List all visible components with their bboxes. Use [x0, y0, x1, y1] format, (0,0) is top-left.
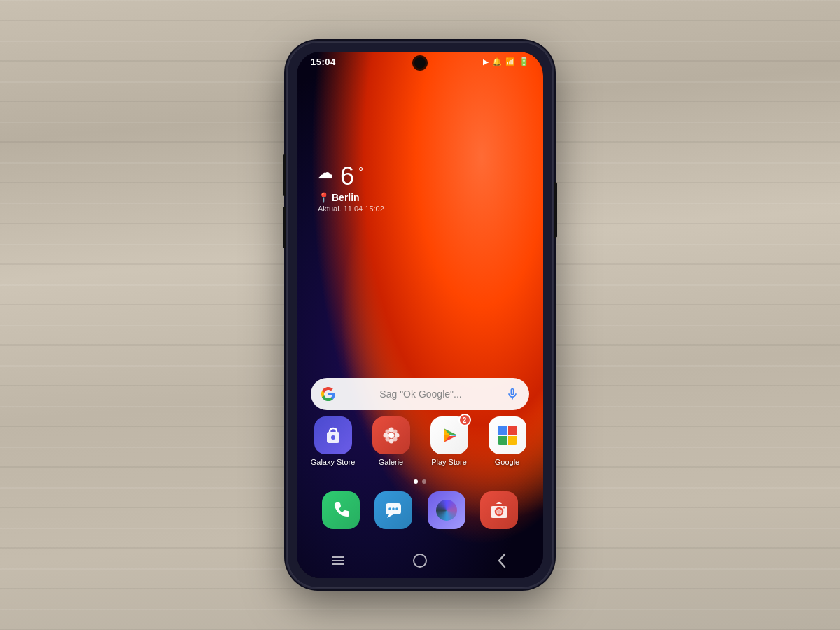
svg-point-8	[393, 430, 397, 434]
app-internet[interactable]	[422, 491, 471, 529]
phone-screen: 15:04 ▶ 🔔 📶 🔋 ☁ 6 ° 📍 Berlin Aktual. 11.…	[297, 52, 543, 578]
app-messages[interactable]	[369, 491, 418, 529]
weather-widget: ☁ 6 ° 📍 Berlin Aktual. 11.04 15:02	[318, 164, 384, 213]
svg-point-6	[394, 433, 399, 438]
svg-point-18	[503, 507, 505, 509]
svg-point-13	[392, 507, 395, 510]
city-name: Berlin	[332, 192, 360, 203]
svg-point-10	[393, 438, 397, 442]
bag-svg	[323, 425, 344, 446]
location-pin-icon: 📍	[318, 192, 330, 203]
apps-row-2-dock	[297, 491, 543, 529]
app-galaxy-store[interactable]: Galaxy Store	[309, 416, 358, 466]
svg-point-5	[383, 433, 388, 438]
samsung-internet-sphere	[436, 500, 457, 521]
svg-point-7	[385, 430, 389, 434]
battery-icon: 🔋	[519, 57, 529, 66]
svg-point-12	[388, 507, 391, 510]
play-icon: ▶	[483, 57, 489, 66]
play-store-icon: 2	[430, 416, 468, 454]
flower-svg	[381, 425, 402, 446]
mic-icon[interactable]	[505, 387, 519, 401]
temperature-value: 6	[340, 164, 354, 189]
status-icons: ▶ 🔔 📶 🔋	[483, 57, 529, 66]
camera-app-icon	[480, 491, 518, 529]
volume-icon: 🔔	[492, 57, 502, 66]
svg-point-3	[388, 428, 393, 433]
weather-temp-display: ☁ 6 °	[318, 164, 384, 189]
galaxy-store-icon	[314, 416, 352, 454]
phone-app-icon	[322, 491, 360, 529]
app-camera[interactable]	[475, 491, 524, 529]
svg-point-1	[331, 435, 335, 440]
galerie-label: Galerie	[379, 458, 403, 466]
weather-cloud-icon: ☁	[318, 164, 333, 182]
back-button[interactable]	[488, 550, 516, 571]
app-galerie[interactable]: Galerie	[367, 416, 416, 466]
play-store-badge: 2	[458, 414, 471, 426]
home-button[interactable]	[406, 550, 434, 571]
recent-apps-icon	[331, 555, 345, 566]
play-store-label: Play Store	[431, 458, 467, 466]
svg-point-14	[396, 507, 398, 510]
svg-point-4	[388, 439, 393, 444]
page-dot-2	[422, 479, 426, 484]
camera-svg	[489, 500, 510, 521]
google-search-bar[interactable]: Sag "Ok Google"...	[311, 378, 529, 410]
weather-location: 📍 Berlin	[318, 192, 384, 203]
google-grid	[498, 426, 517, 445]
search-placeholder-text: Sag "Ok Google"...	[343, 388, 498, 400]
svg-point-2	[388, 433, 394, 438]
play-svg	[439, 425, 460, 446]
google-g-icon	[321, 386, 336, 402]
svg-point-17	[497, 510, 501, 514]
internet-app-icon	[428, 491, 465, 529]
navigation-bar	[297, 543, 543, 578]
galaxy-store-label: Galaxy Store	[311, 458, 356, 466]
page-dots	[297, 479, 543, 484]
back-chevron-icon	[497, 553, 507, 568]
phone-device: 15:04 ▶ 🔔 📶 🔋 ☁ 6 ° 📍 Berlin Aktual. 11.…	[287, 42, 553, 588]
weather-updated: Aktual. 11.04 15:02	[318, 204, 384, 213]
google-icon	[489, 416, 526, 454]
page-dot-1	[414, 479, 418, 484]
phone-svg	[331, 500, 351, 520]
apps-row-1: Galaxy Store	[297, 416, 543, 466]
galerie-icon	[372, 416, 410, 454]
signal-icon: 📶	[505, 57, 515, 66]
google-label: Google	[495, 458, 519, 466]
degree-symbol: °	[358, 165, 363, 180]
recent-apps-button[interactable]	[324, 550, 352, 571]
svg-point-9	[385, 438, 389, 442]
status-time: 15:04	[311, 57, 336, 67]
app-google[interactable]: Google	[483, 416, 532, 466]
app-play-store[interactable]: 2 Play Store	[425, 416, 474, 466]
svg-point-22	[414, 554, 426, 567]
home-circle-icon	[412, 553, 428, 568]
messages-app-icon	[374, 491, 412, 529]
camera-notch	[414, 57, 426, 69]
messages-svg	[384, 500, 403, 520]
app-phone[interactable]	[316, 491, 365, 529]
